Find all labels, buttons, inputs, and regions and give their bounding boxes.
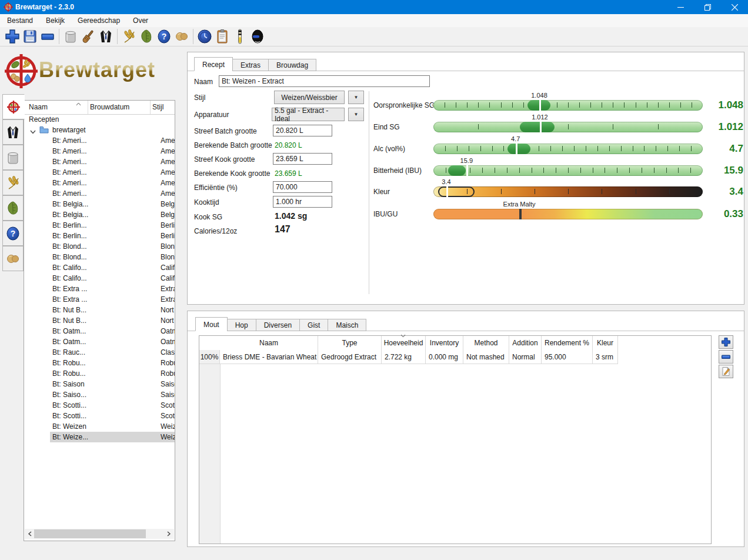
tree-item[interactable]: Bt: Robu...Robu <box>24 358 175 368</box>
sidebar-tab-style-suit-icon[interactable] <box>2 119 24 145</box>
table-cell[interactable]: 0.000 mg <box>426 350 463 364</box>
hops-leaf-icon[interactable] <box>138 28 155 45</box>
tree-item[interactable]: Bt: Belgia...Belgi <box>24 199 175 209</box>
fermentable-wheat-icon[interactable] <box>120 28 138 45</box>
save-icon[interactable] <box>21 28 39 45</box>
tree-item[interactable]: Bt: Rauc...Class <box>24 347 175 358</box>
tree-item[interactable]: Bt: Weize...Weiz <box>24 432 175 442</box>
scroll-left-arrow-icon[interactable] <box>25 529 35 539</box>
tab-extras[interactable]: Extras <box>232 59 269 71</box>
mash-paddle-icon[interactable] <box>79 28 97 45</box>
table-col-header[interactable]: Method <box>463 336 509 350</box>
bottlecap-icon[interactable] <box>249 28 266 45</box>
sidebar-tab-misc-question-icon[interactable]: ? <box>2 221 24 246</box>
tree-header[interactable]: Naam Brouwdatum Stijl <box>24 101 175 115</box>
tree-item[interactable]: Bt: Ameri...Ame <box>24 188 175 199</box>
sidebar-tab-equipment-kettle-icon[interactable] <box>2 145 24 170</box>
hydrometer-icon[interactable] <box>231 28 249 45</box>
scroll-right-arrow-icon[interactable] <box>164 529 174 539</box>
tree-item[interactable]: Bt: Blond...Blon <box>24 241 175 252</box>
boil-time-input[interactable]: 1.000 hr <box>273 196 332 208</box>
tab-brouwdag[interactable]: Brouwdag <box>268 59 316 71</box>
tree-folder-brewtarget[interactable]: brewtarget <box>24 125 175 135</box>
tree-item[interactable]: Bt: Califo...Calif <box>24 262 175 273</box>
target-boil-size-input[interactable]: 23.659 L <box>273 153 332 165</box>
equipment-kettle-icon[interactable] <box>62 28 79 45</box>
restore-button[interactable] <box>694 0 721 14</box>
table-cell[interactable]: Normal <box>509 350 542 364</box>
add-plus-button[interactable] <box>719 335 733 349</box>
table-col-header[interactable]: Inventory <box>426 336 463 350</box>
table-col-header[interactable]: Rendement % <box>542 336 593 350</box>
sidebar-tab-yeast-icon[interactable] <box>2 246 24 271</box>
tree-item[interactable]: Bt: Ameri...Ame <box>24 156 175 167</box>
tree-item[interactable]: Bt: Berlin...Berli <box>24 231 175 241</box>
target-batch-size-input[interactable]: 20.820 L <box>273 125 332 136</box>
tree-item[interactable]: Bt: Oatm...Oatm <box>24 326 175 336</box>
table-col-header[interactable]: Naam <box>220 336 318 350</box>
menu-item-bestand[interactable]: Bestand <box>1 15 39 26</box>
tree-item[interactable]: Bt: Ameri...Ame <box>24 178 175 188</box>
misc-question-icon[interactable]: ? <box>155 28 173 45</box>
table-row[interactable]: 100%Briess DME - Bavarian WheatGedroogd … <box>199 350 618 364</box>
table-col-header[interactable]: Type <box>318 336 382 350</box>
table-cell[interactable]: Gedroogd Extract <box>318 350 382 364</box>
tree-item[interactable]: Bt: Ameri...Ame <box>24 135 175 146</box>
edit-pencil-button[interactable] <box>719 365 733 378</box>
tab-diversen[interactable]: Diversen <box>256 319 300 331</box>
minimize-button[interactable] <box>667 0 694 14</box>
style-button[interactable]: Weizen/Weissbier <box>274 91 345 104</box>
tab-recept[interactable]: Recept <box>194 57 233 71</box>
remove-minus-button[interactable] <box>719 350 733 364</box>
tree-item[interactable]: Bt: Extra ...Extra <box>24 284 175 294</box>
tab-maisch[interactable]: Maisch <box>328 319 366 331</box>
tab-hop[interactable]: Hop <box>227 319 256 331</box>
tree-item[interactable]: Bt: WeizenWeiz <box>24 421 175 432</box>
tab-gist[interactable]: Gist <box>299 319 328 331</box>
equipment-dropdown-button[interactable]: ▼ <box>348 108 364 121</box>
tree-item[interactable]: Bt: Belgia...Belgi <box>24 209 175 220</box>
style-suit-icon[interactable] <box>97 28 115 45</box>
recipe-name-input[interactable]: Bt: Weizen - Extract <box>219 75 430 87</box>
menu-item-over[interactable]: Over <box>127 15 154 26</box>
table-cell[interactable]: 2.722 kg <box>382 350 426 364</box>
tree-item[interactable]: Bt: Scotti...Scott <box>24 411 175 421</box>
table-cell[interactable]: 95.000 <box>542 350 593 364</box>
sidebar-tab-recipes-target-icon[interactable] <box>2 94 25 119</box>
tree-item[interactable]: Bt: Scotti...Scott <box>24 400 175 411</box>
tree-item[interactable]: Bt: Oatm...Oatm <box>24 336 175 347</box>
tree-col-stijl[interactable]: Stijl <box>152 103 163 111</box>
tab-mout[interactable]: Mout <box>195 317 228 331</box>
tree-item[interactable]: Bt: Ameri...Ame <box>24 167 175 178</box>
yeast-icon[interactable] <box>173 28 191 45</box>
new-recipe-plus-icon[interactable] <box>4 28 21 45</box>
brewday-clipboard-icon[interactable] <box>213 28 231 45</box>
delete-minus-icon[interactable] <box>39 28 56 45</box>
style-dropdown-button[interactable]: ▼ <box>348 91 364 104</box>
tree-item[interactable]: Bt: Blond...Blon <box>24 252 175 262</box>
tree-item[interactable]: Bt: Robu...Robu <box>24 368 175 379</box>
table-cell[interactable]: Not mashed <box>463 350 509 364</box>
tree-horizontal-scrollbar[interactable] <box>25 529 174 539</box>
timer-clock-icon[interactable] <box>196 28 213 45</box>
tree-item[interactable]: Bt: Nut B...Nort <box>24 315 175 326</box>
tree-col-brouwdatum[interactable]: Brouwdatum <box>90 103 129 111</box>
table-col-header[interactable]: Kleur <box>593 336 618 350</box>
sidebar-tab-fermentable-wheat-icon[interactable] <box>2 170 24 195</box>
table-cell[interactable]: 3 srm <box>593 350 618 364</box>
table-cell[interactable]: Briess DME - Bavarian Wheat <box>220 350 318 364</box>
tree-root-recepten[interactable]: Recepten <box>24 114 175 125</box>
tree-item[interactable]: Bt: Saiso...Saiso <box>24 389 175 400</box>
equipment-combobox[interactable]: 5.5 gal - Extract - Ideal <box>272 108 345 121</box>
tree-item[interactable]: Bt: Califo...Calif <box>24 273 175 284</box>
tree-item[interactable]: Bt: Ameri...Ame <box>24 146 175 156</box>
scrollbar-thumb[interactable] <box>34 529 146 538</box>
table-col-header[interactable]: Addition <box>509 336 542 350</box>
tree-item[interactable]: Bt: Nut B...Nort <box>24 305 175 315</box>
tree-item[interactable]: Bt: SaisonSaiso <box>24 379 175 389</box>
sidebar-tab-hops-leaf-icon[interactable] <box>2 195 24 221</box>
menu-item-bekijk[interactable]: Bekijk <box>40 15 71 26</box>
close-button[interactable] <box>721 0 748 14</box>
efficiency-input[interactable]: 70.000 <box>273 181 332 193</box>
menu-item-gereedschap[interactable]: Gereedschap <box>72 15 126 26</box>
